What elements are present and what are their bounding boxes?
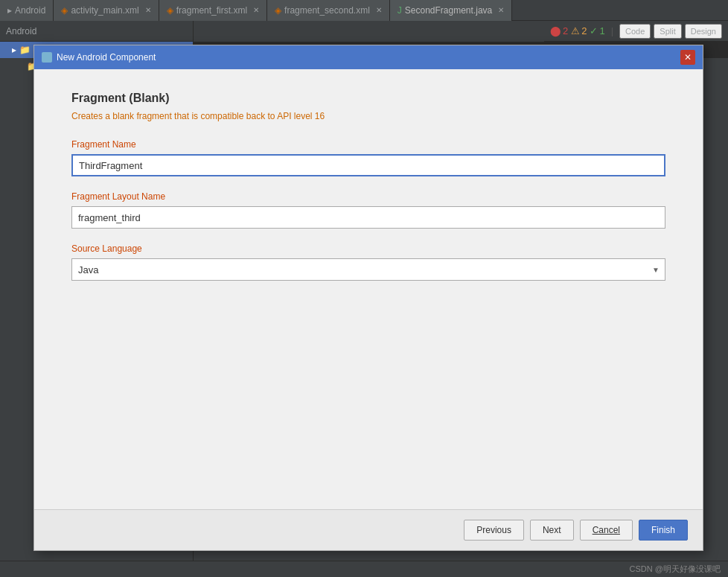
android-icon: ▸ [7,5,12,16]
fragment-name-label: Fragment Name [71,139,665,150]
dialog-titlebar: New Android Component ✕ [34,45,703,69]
component-type-title: Fragment (Blank) [71,92,665,105]
tab-close-fragment-first[interactable]: ✕ [253,6,259,14]
ok-badge: ✓ 1 [590,25,604,36]
tab-android[interactable]: ▸ Android [0,0,54,21]
status-bar: CSDN @明天好像没课吧 [0,561,728,577]
warning-badge: ⚠ 2 [571,25,587,36]
fragment-layout-input[interactable] [71,206,665,229]
view-toolbar: ⬤ 2 ⚠ 2 ✓ 1 | Code Split Design [544,21,728,42]
split-view-button[interactable]: Split [654,24,681,39]
cancel-button[interactable]: Cancel [580,520,633,541]
tab-activity-main[interactable]: ◈ activity_main.xml ✕ [54,0,159,21]
dialog-close-button[interactable]: ✕ [680,50,695,65]
sidebar-header: Android [0,21,193,42]
java-icon: J [397,5,402,16]
next-button[interactable]: Next [530,520,574,541]
xml-icon: ◈ [61,5,68,16]
code-view-button[interactable]: Code [619,24,651,39]
component-type-description: Creates a blank fragment that is compati… [71,111,665,121]
fragment-name-input[interactable] [71,154,665,176]
tab-second-fragment-java[interactable]: J SecondFragment.java ✕ [390,0,512,21]
tab-close-second-fragment[interactable]: ✕ [498,6,504,14]
watermark-text: CSDN @明天好像没课吧 [630,564,721,575]
tab-close-fragment-second[interactable]: ✕ [376,6,382,14]
expand-icon-app: ▸ [12,45,16,55]
warning-icon: ⚠ [571,25,580,36]
xml-icon3: ◈ [275,5,281,16]
previous-button[interactable]: Previous [464,520,524,541]
dialog-footer: Previous Next Cancel Finish [34,509,703,550]
error-icon: ⬤ [550,25,561,36]
tab-close-activity[interactable]: ✕ [145,6,151,14]
finish-button[interactable]: Finish [639,520,688,541]
tab-fragment-second[interactable]: ◈ fragment_second.xml ✕ [267,0,390,21]
source-language-wrapper: Java Kotlin ▼ [71,258,665,281]
fragment-layout-label: Fragment Layout Name [71,191,665,202]
error-badge: ⬤ 2 [550,25,568,36]
xml-icon2: ◈ [167,5,173,16]
dialog-title: New Android Component [57,52,676,63]
dialog-content: Fragment (Blank) Creates a blank fragmen… [34,69,703,509]
ok-icon: ✓ [590,25,598,36]
design-view-button[interactable]: Design [685,24,722,39]
source-language-select[interactable]: Java Kotlin [71,258,665,281]
tab-bar: ▸ Android ◈ activity_main.xml ✕ ◈ fragme… [0,0,728,21]
dialog-android-icon [42,52,52,63]
folder-icon-app: 📁 [19,45,31,55]
source-language-label: Source Language [71,243,665,254]
tab-fragment-first[interactable]: ◈ fragment_first.xml ✕ [159,0,267,21]
new-android-component-dialog: New Android Component ✕ Fragment (Blank)… [33,45,703,551]
